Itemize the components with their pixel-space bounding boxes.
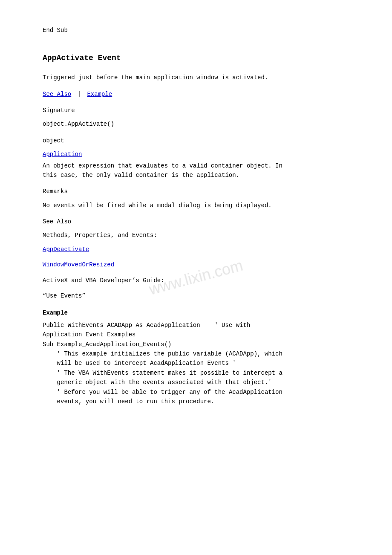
- event-description: Triggered just before the main applicati…: [43, 73, 358, 82]
- event-heading: AppActivate Event: [43, 52, 358, 64]
- signature-label: Signature: [43, 106, 358, 115]
- remarks-text: No events will be fired while a modal di…: [43, 201, 358, 210]
- application-description: An object expression that evaluates to a…: [43, 161, 358, 180]
- see-also-section-label: See Also: [43, 217, 358, 226]
- application-link[interactable]: Application: [43, 150, 358, 159]
- main-content: AppActivate Event Triggered just before …: [43, 52, 358, 406]
- object-label: object: [43, 136, 358, 145]
- links-row: See Also | Example: [43, 90, 358, 99]
- app-deactivate-link[interactable]: AppDeactivate: [43, 245, 358, 254]
- example-code-block: Public WithEvents ACADApp As AcadApplica…: [43, 321, 358, 407]
- remarks-label: Remarks: [43, 187, 358, 196]
- link-separator: |: [78, 91, 81, 98]
- use-events-text: “Use Events”: [43, 291, 358, 301]
- end-sub-section: End Sub: [43, 26, 358, 35]
- signature-code: object.AppActivate(): [43, 119, 358, 129]
- window-moved-link[interactable]: WindowMovedOrResized: [43, 260, 358, 269]
- methods-label: Methods, Properties, and Events:: [43, 231, 358, 240]
- see-also-link[interactable]: See Also: [43, 91, 71, 98]
- activex-guide-text: ActiveX and VBA Developer’s Guide:: [43, 276, 358, 285]
- end-sub-text: End Sub: [43, 27, 68, 34]
- example-link[interactable]: Example: [87, 91, 112, 98]
- example-heading-label: Example: [43, 308, 358, 318]
